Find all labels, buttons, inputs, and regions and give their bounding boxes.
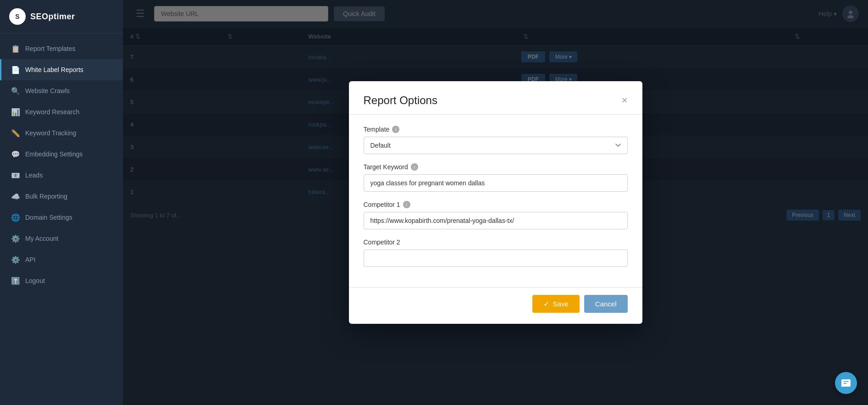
competitor1-group: Competitor 1 i bbox=[364, 201, 628, 229]
website-crawls-icon: 🔍 bbox=[11, 87, 20, 95]
modal-overlay[interactable]: Report Options × Template i Default Targ… bbox=[123, 0, 868, 405]
sidebar-item-label: Embedding Settings bbox=[25, 150, 83, 158]
sidebar-item-my-account[interactable]: ⚙️ My Account bbox=[0, 228, 123, 249]
competitor2-input[interactable] bbox=[364, 250, 628, 267]
keyword-label: Target Keyword i bbox=[364, 163, 628, 171]
sidebar-item-api[interactable]: ⚙️ API bbox=[0, 249, 123, 270]
sidebar-item-label: White Label Reports bbox=[25, 66, 83, 73]
sidebar-item-label: Leads bbox=[25, 172, 43, 179]
template-select[interactable]: Default bbox=[364, 137, 628, 154]
sidebar-item-label: Bulk Reporting bbox=[25, 193, 67, 200]
sidebar-item-leads[interactable]: 📧 Leads bbox=[0, 165, 123, 186]
bulk-reporting-icon: ☁️ bbox=[11, 192, 20, 200]
cancel-button[interactable]: Cancel bbox=[584, 295, 628, 313]
modal-body: Template i Default Target Keyword i bbox=[349, 115, 642, 287]
sidebar-item-report-templates[interactable]: 📋 Report Templates bbox=[0, 38, 123, 59]
main-content: ☰ Quick Audit Help ▾ #⇅ ⇅ Website ⇅ bbox=[123, 0, 868, 405]
sidebar-item-keyword-tracking[interactable]: ✏️ Keyword Tracking bbox=[0, 122, 123, 144]
chat-widget[interactable] bbox=[835, 372, 857, 394]
sidebar-item-domain-settings[interactable]: 🌐 Domain Settings bbox=[0, 207, 123, 228]
save-button[interactable]: ✓ Save bbox=[532, 295, 580, 313]
template-info-icon[interactable]: i bbox=[392, 126, 399, 133]
sidebar-item-white-label-reports[interactable]: 📄 White Label Reports bbox=[0, 59, 123, 80]
template-group: Template i Default bbox=[364, 126, 628, 154]
logout-icon: ⬆️ bbox=[11, 277, 20, 285]
modal-close-button[interactable]: × bbox=[622, 95, 628, 105]
keyword-tracking-icon: ✏️ bbox=[11, 129, 20, 137]
api-icon: ⚙️ bbox=[11, 255, 20, 264]
sidebar-item-keyword-research[interactable]: 📊 Keyword Research bbox=[0, 101, 123, 122]
competitor2-group: Competitor 2 bbox=[364, 239, 628, 267]
modal-title: Report Options bbox=[364, 94, 437, 107]
keyword-group: Target Keyword i bbox=[364, 163, 628, 192]
embedding-settings-icon: 💬 bbox=[11, 150, 20, 158]
sidebar-item-label: Keyword Research bbox=[25, 108, 79, 116]
my-account-icon: ⚙️ bbox=[11, 234, 20, 243]
modal-header: Report Options × bbox=[349, 81, 642, 115]
sidebar-logo: S SEOptimer bbox=[0, 0, 123, 33]
sidebar-item-label: Domain Settings bbox=[25, 214, 72, 221]
keyword-input[interactable] bbox=[364, 174, 628, 192]
logo-text: SEOptimer bbox=[30, 12, 75, 22]
sidebar-item-embedding-settings[interactable]: 💬 Embedding Settings bbox=[0, 144, 123, 165]
domain-settings-icon: 🌐 bbox=[11, 213, 20, 222]
leads-icon: 📧 bbox=[11, 171, 20, 179]
competitor1-label: Competitor 1 i bbox=[364, 201, 628, 208]
sidebar: S SEOptimer 📋 Report Templates 📄 White L… bbox=[0, 0, 123, 405]
sidebar-item-label: My Account bbox=[25, 235, 58, 242]
sidebar-item-bulk-reporting[interactable]: ☁️ Bulk Reporting bbox=[0, 186, 123, 207]
sidebar-item-label: API bbox=[25, 256, 36, 263]
competitor2-label: Competitor 2 bbox=[364, 239, 628, 246]
sidebar-item-label: Report Templates bbox=[25, 45, 75, 52]
sidebar-item-label: Website Crawls bbox=[25, 87, 70, 94]
competitor1-info-icon[interactable]: i bbox=[403, 201, 410, 208]
white-label-reports-icon: 📄 bbox=[11, 66, 20, 74]
chat-icon bbox=[840, 377, 851, 388]
competitor1-input[interactable] bbox=[364, 212, 628, 229]
sidebar-item-website-crawls[interactable]: 🔍 Website Crawls bbox=[0, 80, 123, 101]
template-label: Template i bbox=[364, 126, 628, 133]
report-templates-icon: 📋 bbox=[11, 44, 20, 53]
report-options-modal: Report Options × Template i Default Targ… bbox=[349, 81, 642, 324]
checkmark-icon: ✓ bbox=[543, 300, 549, 308]
keyword-research-icon: 📊 bbox=[11, 108, 20, 116]
sidebar-item-logout[interactable]: ⬆️ Logout bbox=[0, 270, 123, 291]
sidebar-item-label: Logout bbox=[25, 277, 45, 284]
sidebar-nav: 📋 Report Templates 📄 White Label Reports… bbox=[0, 33, 123, 405]
sidebar-item-label: Keyword Tracking bbox=[25, 129, 76, 137]
logo-icon: S bbox=[9, 8, 26, 25]
keyword-info-icon[interactable]: i bbox=[411, 163, 418, 171]
modal-footer: ✓ Save Cancel bbox=[349, 287, 642, 324]
